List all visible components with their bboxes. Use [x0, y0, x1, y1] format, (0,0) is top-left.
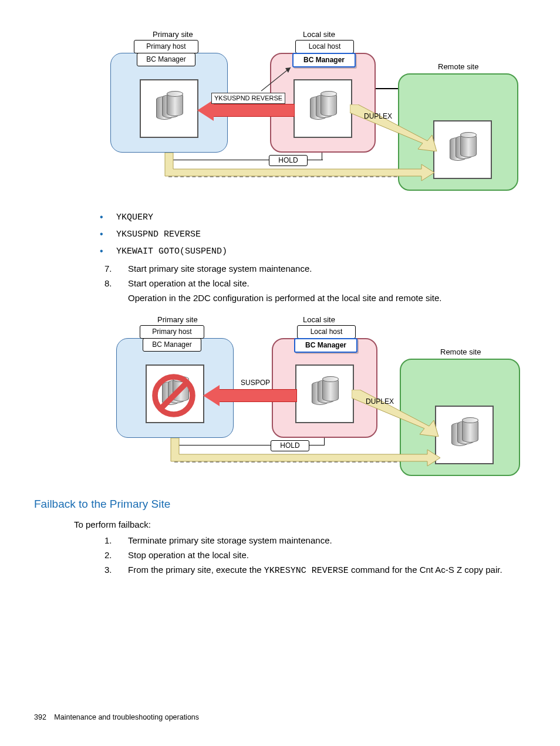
duplex-arrow — [352, 390, 440, 437]
diagram-yksuspnd: Primary site Local site Remote site Prim… — [104, 29, 515, 200]
step3-code: YKRESYNC REVERSE — [264, 566, 349, 576]
duplex-label: DUPLEX — [364, 112, 392, 121]
primary-storage — [140, 79, 198, 138]
local-host-box: Local host — [295, 40, 354, 53]
page-number: 392 — [34, 713, 46, 721]
svg-marker-1 — [285, 67, 291, 73]
failback-intro: To perform failback: — [74, 518, 531, 531]
step-num-1: 1. — [104, 534, 128, 546]
remote-site-label: Remote site — [438, 62, 478, 72]
cylinder-icon — [312, 378, 338, 410]
bullet-ykewait: YKEWAIT GOTO(SUSPEND) — [116, 245, 531, 258]
step-num-7: 7. — [104, 262, 128, 275]
local-storage — [294, 79, 352, 138]
cylinder-icon — [156, 93, 182, 124]
suspop-label: SUSPOP — [241, 378, 270, 388]
local-bc-box: BC Manager — [294, 338, 357, 353]
duplex-label: DUPLEX — [366, 397, 394, 407]
step-num-8: 8. — [104, 277, 128, 289]
remote-storage — [433, 120, 492, 179]
step-text-2: Stop operation at the local site. — [128, 549, 531, 561]
svg-marker-5 — [352, 390, 438, 437]
primary-host-box: Primary host — [134, 40, 198, 53]
ordered-steps-b: 1. Terminate primary site storage system… — [104, 534, 531, 577]
step-text-8: Start operation at the local site. — [128, 277, 531, 289]
step-num-2: 2. — [104, 549, 128, 561]
step3-part-a: From the primary site, execute the — [128, 565, 264, 575]
local-site-label: Local site — [303, 315, 335, 325]
primary-site-label: Primary site — [157, 315, 198, 325]
primary-bc-box: BC Manager — [137, 53, 195, 66]
red-suspop-arrow — [203, 385, 297, 406]
primary-host-box: Primary host — [140, 325, 204, 339]
cylinder-icon — [451, 419, 477, 451]
primary-site-label: Primary site — [153, 29, 193, 40]
svg-marker-2 — [350, 104, 437, 151]
step3-part-b: command for the Cnt Ac-S Z copy pair. — [349, 565, 502, 575]
svg-line-4 — [161, 383, 187, 409]
step-num-3: 3. — [104, 563, 128, 577]
primary-bc-box: BC Manager — [143, 338, 201, 352]
svg-line-0 — [261, 67, 291, 91]
cylinder-icon — [310, 93, 336, 124]
local-bc-box: BC Manager — [292, 53, 356, 67]
local-host-box: Local host — [297, 325, 356, 339]
command-bullet-list: YKQUERY YKSUSPND REVERSE YKEWAIT GOTO(SU… — [116, 211, 531, 258]
pointer-arrow — [258, 65, 299, 94]
section-heading: Failback to the Primary Site — [34, 497, 531, 512]
step-text-3: From the primary site, execute the YKRES… — [128, 563, 531, 577]
local-storage — [295, 364, 354, 423]
cmd-label: YKSUSPND REVERSE — [211, 93, 285, 104]
hold-label-box: HOLD — [269, 155, 308, 166]
remote-site-label: Remote site — [440, 347, 481, 357]
bullet-ykquery: YKQUERY — [116, 211, 531, 224]
local-site-label: Local site — [303, 29, 335, 40]
page-footer: 392 Maintenance and troubleshooting oper… — [34, 713, 199, 723]
bullet-yksuspnd: YKSUSPND REVERSE — [116, 228, 531, 241]
step-text-7: Start primary site storage system mainte… — [128, 262, 531, 275]
hold-label-box: HOLD — [271, 440, 309, 451]
duplex-arrow — [350, 104, 438, 151]
step-text-1: Terminate primary site storage system ma… — [128, 534, 531, 546]
ordered-steps-a: 7. Start primary site storage system mai… — [104, 262, 531, 289]
step-8-followup: Operation in the 2DC configuration is pe… — [128, 292, 531, 304]
diagram-suspop: Primary site Local site Remote site Prim… — [104, 315, 515, 485]
cylinder-icon — [450, 134, 475, 166]
footer-title: Maintenance and troubleshooting operatio… — [54, 713, 199, 721]
prohibit-icon — [150, 372, 197, 419]
